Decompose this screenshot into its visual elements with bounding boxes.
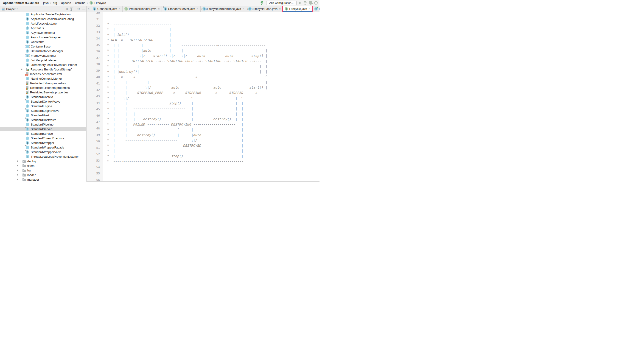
tree-item-constants[interactable]: cConstants (0, 40, 86, 44)
tree-item-label: ThreadLocalLeakPreventionListener (31, 155, 79, 158)
tree-item-resource-bundle-localstrings-[interactable]: Resource Bundle 'LocalStrings' (0, 67, 86, 72)
tree-item-label: ContainerBase (31, 45, 50, 48)
tree-item-restrictedfilters-properties[interactable]: RestrictedFilters.properties (0, 81, 86, 86)
folder-icon (22, 179, 26, 181)
project-panel-title[interactable]: Project (6, 7, 16, 11)
tab-close-icon[interactable]: × (158, 7, 160, 10)
debug-icon[interactable] (304, 1, 307, 4)
breadcrumb-item[interactable]: apache-tomcat-9.0.39-src (3, 1, 39, 4)
run-with-coverage-icon[interactable] (309, 1, 312, 4)
breadcrumb-item[interactable]: java (43, 1, 49, 4)
code-line: * ----»-----------------------------»---… (105, 159, 320, 164)
tab-close-icon[interactable]: × (242, 7, 244, 10)
tree-item-label: NamingContextListener (31, 77, 62, 80)
tab-connector-java[interactable]: cConnector.java× (91, 6, 122, 12)
expand-arrow-icon[interactable] (17, 165, 18, 166)
tab-close-icon[interactable]: × (119, 7, 120, 10)
tree-item-aprstatus[interactable]: cAprStatus (0, 26, 86, 30)
tree-item-mbeans-descriptors-xml[interactable]: <>mbeans-descriptors.xml (0, 72, 86, 76)
line-number: 49 (87, 132, 103, 138)
tab-lifecyclebase-java[interactable]: cLifecycleBase.java× (246, 6, 283, 12)
run-icon[interactable] (299, 2, 301, 4)
tree-item-aprlifecyclelistener[interactable]: cAprLifecycleListener (0, 21, 86, 26)
tab-bootstrap-java[interactable]: cBootstrap.java (312, 6, 320, 12)
tree-item-standardcontextvalve[interactable]: cStandardContextValve (0, 99, 86, 104)
expand-arrow-icon[interactable] (17, 170, 18, 171)
line-number: 31 (87, 16, 103, 22)
tab-lifecycle-java[interactable]: ILifecycle.java× (283, 6, 312, 12)
tree-item-namingcontextlistener[interactable]: cNamingContextListener (0, 76, 86, 81)
hide-panel-icon[interactable]: — (82, 7, 86, 10)
breadcrumb-item[interactable]: catalina (75, 1, 86, 4)
tree-item-standardcontext[interactable]: cStandardContext (0, 94, 86, 99)
tree-item-standardwrapperfacade[interactable]: cStandardWrapperFacade (0, 145, 86, 150)
tab-protocolhandler-java[interactable]: IProtocolHandler.java× (122, 6, 162, 12)
tab-close-icon[interactable]: × (309, 7, 310, 10)
code-area[interactable]: * ----------------------------- * | | * … (105, 12, 320, 182)
tree-item-standardservice[interactable]: cStandardService (0, 131, 86, 136)
tree-item-asynccontextimpl[interactable]: cAsyncContextImpl (0, 30, 86, 35)
editor-pane[interactable]: 3031323334353637383940414243444546474849… (87, 12, 320, 182)
class-icon: c (26, 136, 29, 140)
tree-item-standardhostvalve[interactable]: cStandardHostValve (0, 118, 86, 122)
line-number: 55 (87, 170, 103, 177)
collapse-all-icon[interactable] (70, 7, 73, 10)
line-number: 52 (87, 151, 103, 158)
expand-arrow-icon[interactable] (21, 68, 22, 70)
tree-item-standardthreadexecutor[interactable]: cStandardThreadExecutor (0, 136, 86, 140)
tree-item-standardwrappervalve[interactable]: cStandardWrapperValve (0, 150, 86, 154)
tab-label: Connector.java (97, 7, 117, 10)
tree-item-label: StandardEngineValve (31, 109, 60, 112)
breadcrumb-item[interactable]: org (53, 1, 57, 4)
breadcrumb-item[interactable]: apache (61, 1, 71, 4)
chevron-down-icon[interactable]: ▾ (16, 8, 18, 10)
tree-item-jrememoryleakpreventionlistener[interactable]: cJreMemoryLeakPreventionListener (0, 62, 86, 67)
tree-item-deploy[interactable]: deploy (0, 159, 86, 164)
tree-item-threadlocalleakpreventionlistener[interactable]: cThreadLocalLeakPreventionListener (0, 154, 86, 159)
tree-item-filters[interactable]: filters (0, 164, 86, 168)
tree-item-containerbase[interactable]: cContainerBase (0, 44, 86, 49)
interface-icon: I (90, 1, 93, 4)
tree-item-standardwrapper[interactable]: cStandardWrapper (0, 140, 86, 145)
tree-item-loader[interactable]: loader (0, 172, 86, 177)
line-number: 35 (87, 42, 103, 48)
expand-arrow-icon[interactable] (17, 160, 18, 162)
tree-item-manager[interactable]: manager (0, 177, 86, 182)
build-hammer-icon[interactable] (260, 1, 264, 5)
tree-item-label: StandardService (31, 132, 53, 136)
overflow-tab-close-icon[interactable]: × (86, 6, 91, 12)
tree-item-applicationservletregistration[interactable]: cApplicationServletRegistration (0, 12, 86, 16)
class-icon: c (26, 95, 29, 99)
class-icon: c (93, 7, 96, 10)
tree-item-jnilifecyclelistener[interactable]: cJniLifecycleListener (0, 58, 86, 62)
expand-arrow-icon[interactable] (17, 174, 18, 176)
tree-item-ha[interactable]: ha (0, 168, 86, 172)
tree-item-asynclistenerwrapper[interactable]: cAsyncListenerWrapper (0, 35, 86, 40)
breadcrumb-item[interactable]: Lifecycle (94, 1, 106, 4)
properties-file-icon (26, 82, 28, 85)
code-line: * | stop() | (105, 154, 320, 159)
profiler-icon[interactable] (314, 1, 318, 4)
tree-item-restrictedlisteners-properties[interactable]: RestrictedListeners.properties (0, 86, 86, 90)
tree-item-standardengine[interactable]: cStandardEngine (0, 104, 86, 108)
tree-item-standardserver[interactable]: cStandardServer (0, 127, 86, 131)
tree-item-defaultinstancemanager[interactable]: cDefaultInstanceManager (0, 49, 86, 53)
tree-item-label: StandardServer (31, 128, 52, 131)
locate-icon[interactable]: ⊕ (66, 7, 68, 10)
line-number: 33 (87, 29, 103, 35)
project-panel-header: Project ▾ ⊕ ⚙ — (0, 6, 86, 12)
tab-close-icon[interactable]: × (279, 7, 281, 10)
add-configuration-button[interactable]: Add Configuration... (266, 1, 296, 5)
tree-item-standardenginevalve[interactable]: cStandardEngineValve (0, 108, 86, 113)
tree-item-standardpipeline[interactable]: cStandardPipeline (0, 122, 86, 127)
expand-arrow-icon[interactable] (17, 178, 18, 180)
tab-close-icon[interactable]: × (197, 7, 198, 10)
tree-item-applicationsessioncookieconfig[interactable]: cApplicationSessionCookieConfig (0, 16, 86, 21)
class-icon: c (26, 146, 29, 149)
tree-item-standardhost[interactable]: cStandardHost (0, 113, 86, 118)
tab-standardserver-java[interactable]: cStandardServer.java× (162, 6, 200, 12)
settings-gear-icon[interactable]: ⚙ (77, 7, 80, 10)
tree-item-frameworklistener[interactable]: cFrameworkListener (0, 53, 86, 58)
tab-lifecyclembeanbase-java[interactable]: cLifecycleMBeanBase.java× (200, 6, 246, 12)
tree-item-restrictedservlets-properties[interactable]: RestrictedServlets.properties (0, 90, 86, 94)
